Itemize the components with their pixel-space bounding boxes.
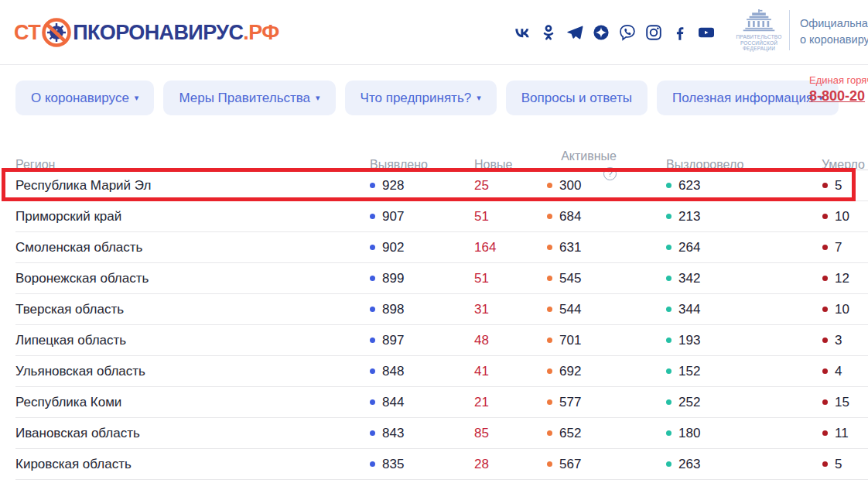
viber-icon[interactable] [618,23,637,42]
nav-what-to-do[interactable]: Что предпринять? ▾ [345,81,497,115]
official-info-text: Официальная ин о коронавирусе в [800,12,868,48]
vk-icon[interactable] [513,23,531,42]
active-value: 567 [559,457,581,472]
logo-text-rf: .РФ [243,21,279,45]
recovered-value: 623 [678,178,700,194]
region-name[interactable]: Тверская область [15,302,370,317]
zen-icon[interactable] [592,23,610,42]
recovered-value: 344 [678,302,700,317]
facebook-icon[interactable] [671,23,689,42]
region-name[interactable]: Республика Марий Эл [15,178,370,194]
odnoklassniki-icon[interactable] [539,23,558,42]
died-cell: 10 [808,209,868,224]
detected-cell: 907 [370,209,474,224]
recovered-cell: 193 [666,333,808,348]
recovered-value: 342 [678,271,700,286]
new-value: 31 [474,302,489,317]
logo-text-main: ПКОРОНАВИРУС [73,21,243,45]
active-cell: 544 [547,302,666,317]
telegram-icon[interactable] [566,23,584,42]
detected-cell: 897 [370,333,474,348]
recovered-value: 263 [678,457,700,472]
nav-about-coronavirus[interactable]: О коронавирусе ▾ [15,81,154,115]
active-cell: 652 [547,426,666,441]
active-dot-icon [547,430,552,436]
region-name[interactable]: Липецкая область [15,333,370,348]
detected-cell: 898 [370,302,474,317]
detected-value: 835 [382,457,404,472]
government-block[interactable]: ПРАВИТЕЛЬСТВО РОССИЙСКОЙ ФЕДЕРАЦИИ Офици… [735,9,868,52]
region-name[interactable]: Смоленская область [15,240,370,255]
col-header-recovered: Выздоровело [666,158,808,172]
table-header: Регион Выявлено Новые Активные? Выздоров… [15,149,868,170]
died-dot-icon [822,399,828,405]
active-value: 692 [559,364,581,379]
top-bar: СТ ПКОРОНАВИРУС .РФ [0,0,868,65]
active-value: 545 [559,271,581,286]
detected-dot-icon [370,338,375,343]
main-nav: О коронавирусе ▾ Меры Правительства ▾ Чт… [0,65,868,115]
new-cell: 31 [474,302,547,317]
detected-value: 843 [382,426,404,441]
region-name[interactable]: Республика Коми [15,395,370,410]
died-value: 3 [835,333,842,348]
col-header-active: Активные? [547,149,666,180]
recovered-cell: 264 [666,240,808,255]
col-header-new: Новые [474,158,547,172]
recovered-cell: 152 [666,364,808,379]
died-dot-icon [822,461,828,467]
detected-cell: 928 [370,178,474,194]
region-name[interactable]: Воронежская область [15,271,370,286]
region-name[interactable]: Кировская область [15,457,370,472]
chevron-down-icon: ▾ [135,94,139,102]
regions-table: Регион Выявлено Новые Активные? Выздоров… [0,149,868,480]
detected-dot-icon [370,276,375,281]
new-value: 28 [474,457,489,472]
new-cell: 41 [474,364,547,379]
detected-value: 848 [382,364,404,379]
detected-value: 844 [382,395,404,410]
detected-dot-icon [370,461,375,467]
table-body: Республика Марий Эл 928 25 300 623 5 При… [15,170,868,480]
recovered-cell: 263 [666,457,808,472]
table-row: Тверская область 898 31 544 344 10 [15,294,868,325]
died-dot-icon [822,307,828,312]
region-name[interactable]: Ивановская область [15,426,370,441]
active-cell: 567 [547,457,666,472]
site-logo[interactable]: СТ ПКОРОНАВИРУС .РФ [14,17,279,48]
detected-dot-icon [370,307,375,312]
detected-dot-icon [370,399,375,405]
new-value: 41 [474,364,489,379]
nav-questions-answers[interactable]: Вопросы и ответы [506,81,648,115]
active-value: 684 [559,209,581,224]
table-row: Ульяновская область 848 41 692 152 4 [15,356,868,387]
died-value: 10 [835,209,849,224]
active-cell: 631 [547,240,666,255]
active-cell: 545 [547,271,666,286]
recovered-value: 180 [678,426,700,441]
died-value: 11 [835,426,849,441]
hotline-phone-link[interactable]: 8-800-20 [809,88,868,105]
died-value: 12 [835,271,849,286]
gov-caption-line3: ФЕДЕРАЦИИ [735,46,783,52]
region-name[interactable]: Приморский край [15,209,370,224]
recovered-cell: 252 [666,395,808,410]
region-name[interactable]: Ульяновская область [15,364,370,379]
active-value: 701 [559,333,581,348]
gov-caption-line1: ПРАВИТЕЛЬСТВО [735,34,783,40]
died-cell: 12 [808,271,868,286]
recovered-dot-icon [666,245,672,250]
nav-government-measures[interactable]: Меры Правительства ▾ [163,81,335,115]
died-cell: 4 [808,364,868,379]
social-links [513,23,716,42]
detected-cell: 848 [370,364,474,379]
table-row: Республика Коми 844 21 577 252 15 [15,387,868,418]
new-cell: 164 [474,240,547,255]
died-dot-icon [822,276,828,281]
recovered-dot-icon [666,368,672,374]
table-row: Республика Марий Эл 928 25 300 623 5 [15,170,868,201]
youtube-icon[interactable] [697,23,716,42]
instagram-icon[interactable] [644,23,663,42]
died-dot-icon [822,430,828,436]
active-cell: 692 [547,364,666,379]
